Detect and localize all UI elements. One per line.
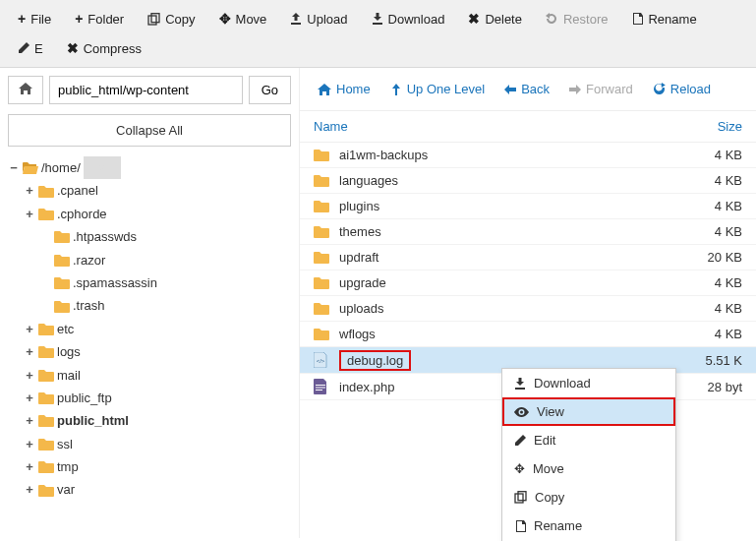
tree-node[interactable]: +public_ftp bbox=[8, 387, 291, 409]
file-row[interactable]: uploads4 KB bbox=[300, 296, 756, 322]
folder-icon bbox=[314, 225, 335, 238]
toggle-icon[interactable]: + bbox=[24, 387, 35, 409]
toggle-icon[interactable]: + bbox=[24, 455, 35, 478]
file-row[interactable]: themes4 KB bbox=[300, 219, 756, 245]
ctx-view[interactable]: View bbox=[502, 397, 675, 426]
folder-icon bbox=[314, 251, 335, 264]
collapse-all-button[interactable]: Collapse All bbox=[8, 114, 291, 147]
rename-icon bbox=[631, 13, 643, 25]
tree-node[interactable]: −/home/x bbox=[8, 156, 291, 179]
context-menu: DownloadViewEdit✥MoveCopyRenameChange Pe… bbox=[501, 368, 676, 541]
tb-delete[interactable]: ✖Delete bbox=[458, 6, 532, 31]
file-name: wflogs bbox=[335, 327, 715, 341]
toggle-icon[interactable] bbox=[39, 225, 51, 248]
folder-icon bbox=[38, 323, 54, 335]
tree-node[interactable]: +tmp bbox=[8, 455, 291, 478]
toggle-icon[interactable]: − bbox=[8, 156, 20, 179]
tb-upload[interactable]: Upload bbox=[280, 6, 357, 31]
ctx-edit[interactable]: Edit bbox=[502, 426, 675, 454]
tree-node[interactable]: +ssl bbox=[8, 433, 291, 455]
toggle-icon[interactable]: + bbox=[24, 318, 35, 340]
folder-icon bbox=[38, 345, 54, 358]
svg-rect-1 bbox=[151, 13, 159, 22]
go-button[interactable]: Go bbox=[249, 76, 291, 104]
folder-icon bbox=[38, 369, 54, 382]
file-name: debug.log bbox=[335, 353, 705, 368]
tree-node[interactable]: +etc bbox=[8, 318, 291, 340]
col-size[interactable]: Size bbox=[718, 119, 742, 134]
file-row[interactable]: languages4 KB bbox=[300, 168, 756, 194]
ctx-rename[interactable]: Rename bbox=[502, 511, 675, 540]
svg-point-6 bbox=[520, 410, 523, 413]
tb-label: Upload bbox=[307, 12, 347, 27]
tree-node[interactable]: +.cphorde bbox=[8, 203, 291, 225]
ctx-copy[interactable]: Copy bbox=[502, 483, 675, 511]
tb-folder[interactable]: +Folder bbox=[65, 6, 134, 31]
tree-label: public_html bbox=[57, 409, 129, 432]
copy-icon bbox=[147, 13, 160, 26]
nav-label: Home bbox=[336, 82, 371, 96]
file-row[interactable]: wflogs4 KB bbox=[300, 322, 756, 347]
upload-icon bbox=[290, 13, 302, 25]
nav-reload[interactable]: Reload bbox=[645, 78, 719, 100]
file-row[interactable]: plugins4 KB bbox=[300, 194, 756, 219]
edit-icon bbox=[18, 42, 29, 54]
tb-compress[interactable]: ✖Compress bbox=[57, 35, 151, 61]
tb-label: Folder bbox=[87, 12, 124, 27]
tb-file[interactable]: +File bbox=[8, 6, 61, 31]
tb-label: Restore bbox=[563, 12, 609, 27]
folder-icon bbox=[38, 460, 54, 473]
nav-up[interactable]: Up One Level bbox=[382, 78, 494, 100]
folder-icon bbox=[54, 276, 70, 289]
toggle-icon[interactable]: + bbox=[24, 179, 35, 202]
tree-label: .cphorde bbox=[57, 203, 107, 225]
tb-download[interactable]: Download bbox=[362, 6, 455, 31]
tree-label: .trash bbox=[73, 294, 105, 317]
file-row[interactable]: ai1wm-backups4 KB bbox=[300, 143, 756, 168]
tb-copy[interactable]: Copy bbox=[138, 6, 204, 31]
file-row[interactable]: updraft20 KB bbox=[300, 245, 756, 270]
tree-node[interactable]: +mail bbox=[8, 364, 291, 387]
toolbar: +File+FolderCopy✥MoveUploadDownload✖Dele… bbox=[0, 0, 756, 68]
svg-rect-7 bbox=[515, 494, 523, 503]
up-icon bbox=[390, 84, 402, 95]
ctx-download[interactable]: Download bbox=[502, 369, 675, 397]
toggle-icon[interactable] bbox=[39, 249, 51, 271]
file-size: 28 byt bbox=[708, 380, 742, 394]
nav-back[interactable]: Back bbox=[496, 78, 557, 100]
tree-node[interactable]: +.cpanel bbox=[8, 179, 291, 202]
svg-rect-0 bbox=[148, 16, 156, 25]
path-input[interactable] bbox=[49, 76, 243, 104]
home-button[interactable] bbox=[8, 76, 43, 104]
toggle-icon[interactable]: + bbox=[24, 433, 35, 455]
ctx-move[interactable]: ✥Move bbox=[502, 454, 675, 483]
folder-icon bbox=[38, 185, 54, 198]
tree-node[interactable]: +logs bbox=[8, 340, 291, 363]
toggle-icon[interactable]: + bbox=[24, 409, 35, 432]
toggle-icon[interactable]: + bbox=[24, 203, 35, 225]
col-name[interactable]: Name bbox=[314, 119, 718, 134]
folder-icon bbox=[54, 230, 70, 243]
folder-icon bbox=[314, 174, 335, 187]
tree-node[interactable]: .spamassassin bbox=[8, 271, 291, 294]
file-row[interactable]: upgrade4 KB bbox=[300, 270, 756, 296]
tree-node[interactable]: +public_html bbox=[8, 409, 291, 432]
file-name: upgrade bbox=[335, 275, 715, 290]
tree-node[interactable]: +var bbox=[8, 478, 291, 501]
code-icon: </> bbox=[314, 352, 335, 368]
reload-icon bbox=[653, 83, 666, 95]
nav-home[interactable]: Home bbox=[310, 78, 378, 100]
tb-edit[interactable]: E bbox=[8, 35, 53, 61]
tree-node[interactable]: .htpasswds bbox=[8, 225, 291, 248]
folder-icon bbox=[314, 149, 335, 161]
tree-node[interactable]: .razor bbox=[8, 249, 291, 271]
toggle-icon[interactable] bbox=[39, 271, 51, 294]
tree-node[interactable]: .trash bbox=[8, 294, 291, 317]
tb-rename[interactable]: Rename bbox=[621, 6, 706, 31]
toggle-icon[interactable] bbox=[39, 294, 51, 317]
toggle-icon[interactable]: + bbox=[24, 364, 35, 387]
toggle-icon[interactable]: + bbox=[24, 340, 35, 363]
tb-move[interactable]: ✥Move bbox=[209, 6, 277, 31]
toggle-icon[interactable]: + bbox=[24, 478, 35, 501]
tree-label: /home/ bbox=[41, 156, 81, 179]
